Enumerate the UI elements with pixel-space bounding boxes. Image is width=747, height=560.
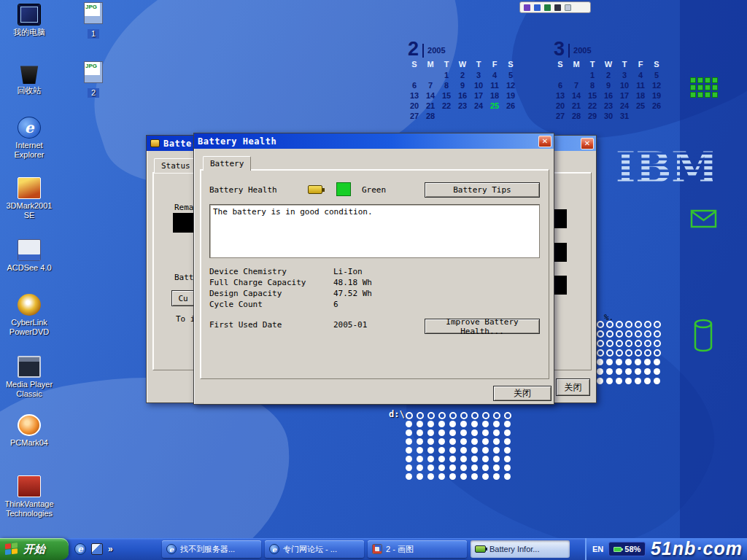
desktop-icon-label: Media Player Classic — [1, 380, 57, 398]
task-label: 专门网论坛 - ... — [283, 544, 337, 555]
windows-logo-icon — [5, 542, 19, 556]
calendar-date — [422, 71, 438, 80]
desktop-icon-ie[interactable]: eInternet Explorer — [1, 117, 57, 159]
keyboard-icon[interactable] — [554, 4, 561, 11]
decor-dot — [597, 368, 603, 375]
calendar-date: 24 — [616, 101, 632, 111]
calendar-day-header: S — [552, 60, 568, 70]
volume-icon[interactable] — [544, 4, 551, 11]
quicklaunch-more-chevron[interactable]: » — [108, 544, 113, 554]
desktop-icon-computer[interactable]: 我的电脑 — [1, 4, 57, 37]
calendar-date — [471, 112, 487, 121]
battery-tips-button[interactable]: Battery Tips — [425, 182, 540, 198]
decor-dot — [460, 456, 467, 462]
close-icon[interactable]: ✕ — [581, 138, 594, 149]
decor-dot — [482, 429, 489, 436]
calendar-date: 26 — [503, 101, 519, 111]
jpg-file-icon: JPG — [84, 2, 103, 24]
battery-tray-indicator[interactable]: 58% — [608, 542, 646, 556]
calendar-date: 2 — [600, 71, 616, 80]
battery-icon-black-3 — [552, 276, 567, 295]
decor-dot — [438, 473, 445, 480]
media-quicklaunch-icon[interactable] — [91, 543, 103, 555]
condition-text: The battery is in good condition. — [213, 207, 373, 217]
taskbar-task-3[interactable]: 2 - 画图 — [368, 540, 467, 558]
decor-dot — [616, 349, 623, 357]
current-button[interactable]: Cu — [171, 290, 195, 306]
decor-dot — [417, 412, 424, 419]
access-connections-icon[interactable] — [524, 4, 530, 11]
task-label: 找不到服务器... — [180, 544, 235, 555]
calendar-date: 3 — [616, 71, 632, 80]
calendar-date — [649, 112, 665, 121]
calendar-header: 22005 — [406, 41, 522, 58]
decor-dot — [493, 438, 500, 445]
wallpaper-calendar: 22005SMTWTFS1234567891011121314151617181… — [406, 41, 522, 121]
start-button[interactable]: 开始 — [0, 538, 69, 560]
desktop-icon-threedmark[interactable]: 3DMark2001 SE — [1, 177, 57, 219]
desktop-icon-mpc[interactable]: Media Player Classic — [1, 356, 57, 398]
calendar-date — [632, 112, 649, 121]
desktop-icon-label: ThinkVantage Technologies — [1, 499, 57, 518]
decor-dot — [616, 359, 622, 365]
notes-icon[interactable] — [565, 4, 571, 11]
desktop-icon-label: 3DMark2001 SE — [1, 201, 57, 219]
decor-dot — [625, 340, 632, 347]
calendar-date: 15 — [438, 91, 454, 101]
task-button-area: e找不到服务器...e专门网论坛 - ...2 - 画图Battery Info… — [162, 540, 570, 558]
calendar-grid: SMTWTFS123456789101112131415161718192021… — [406, 60, 522, 121]
decor-dot — [460, 421, 467, 427]
decor-dot — [504, 447, 511, 454]
decor-dot — [625, 321, 632, 328]
close-icon[interactable]: ✕ — [538, 136, 551, 147]
quick-launch-bar: e » — [71, 538, 116, 560]
desktop-icon-pcmark[interactable]: PCMark04 — [1, 414, 57, 448]
display-icon[interactable] — [534, 4, 541, 11]
decor-dot — [471, 438, 478, 445]
window-title: Battery Health — [198, 136, 535, 147]
computer-icon — [18, 4, 41, 26]
desktop-icon-label: 我的电脑 — [1, 28, 57, 37]
close-button[interactable]: 关闭 — [493, 386, 551, 401]
decor-dot — [482, 447, 489, 454]
calendar-date: 18 — [632, 91, 649, 101]
tab-status[interactable]: Status — [154, 158, 198, 173]
decor-dot — [438, 412, 446, 419]
decor-dot — [449, 412, 457, 419]
ie-quicklaunch-icon[interactable]: e — [74, 543, 86, 555]
decor-dot — [493, 456, 500, 462]
decor-dot — [471, 447, 478, 454]
task-label: 2 - 画图 — [386, 544, 414, 555]
calendar-date: 23 — [454, 101, 471, 111]
taskbar-task-1[interactable]: e找不到服务器... — [162, 540, 261, 558]
decor-dot — [417, 447, 423, 454]
desktop-icon-label: 回收站 — [1, 86, 57, 96]
calendar-date: 15 — [584, 91, 600, 101]
calendar-date: 29 — [584, 112, 600, 121]
battery-health-titlebar[interactable]: Battery Health ✕ — [194, 133, 554, 149]
desktop-icon-recycle-bin[interactable]: 回收站 — [1, 62, 57, 96]
decor-dot — [597, 340, 604, 347]
desktop-icon-acdsee[interactable]: ACDSee 4.0 — [1, 239, 57, 273]
decor-dot — [460, 429, 467, 436]
health-status-text: Green — [362, 185, 386, 195]
close-button[interactable]: 关闭 — [556, 378, 590, 396]
taskbar-task-2[interactable]: e专门网论坛 - ... — [265, 540, 364, 558]
desktop-icon-thinkvantage[interactable]: ThinkVantage Technologies — [1, 475, 57, 518]
battery-info-row: Device ChemistryLi-Ion — [209, 264, 541, 275]
decor-dot — [635, 340, 642, 347]
language-indicator[interactable]: EN — [592, 545, 603, 553]
acdsee-icon — [18, 239, 41, 261]
decor-dot — [449, 447, 456, 454]
calendar-date: 20 — [406, 101, 422, 111]
watermark: 51nb·com — [651, 538, 743, 559]
improve-battery-health-button[interactable]: Improve Battery Health... — [425, 319, 540, 334]
decor-dot — [482, 438, 489, 445]
desktop-file-icon-1[interactable]: JPG1 — [66, 2, 121, 39]
desktop-icon-powerdvd[interactable]: CyberLink PowerDVD — [1, 294, 57, 336]
desktop-file-icon-2[interactable]: JPG2 — [66, 61, 121, 98]
tab-battery[interactable]: Battery — [203, 156, 251, 171]
taskbar-task-4[interactable]: Battery Infor... — [471, 540, 570, 558]
utility-toolbar[interactable] — [519, 1, 591, 13]
condition-textbox[interactable]: The battery is in good condition. — [209, 204, 540, 258]
